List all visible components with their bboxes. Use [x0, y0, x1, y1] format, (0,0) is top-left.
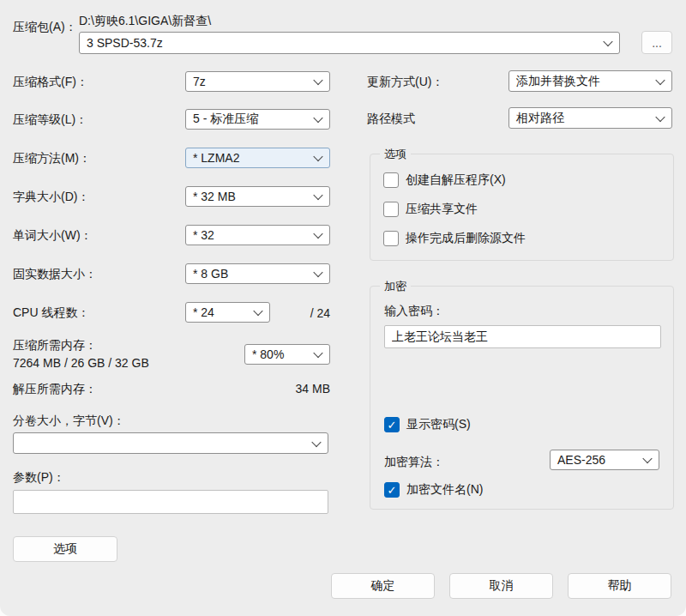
level-value: 5 - 标准压缩	[193, 112, 258, 127]
path-mode-select[interactable]: 相对路径	[508, 107, 672, 129]
dictionary-size-select[interactable]: * 32 MB	[185, 186, 330, 207]
ok-button[interactable]: 确定	[331, 573, 435, 599]
create-sfx-row[interactable]: ✓ 创建自解压程序(X)	[383, 172, 506, 188]
memory-decompress-value: 34 MB	[259, 381, 330, 396]
archive-name-combobox[interactable]: 3 SPSD-53.7z	[79, 32, 620, 54]
delete-after-row[interactable]: ✓ 操作完成后删除源文件	[383, 231, 526, 246]
shared-files-row[interactable]: ✓ 压缩共享文件	[383, 202, 478, 217]
help-button[interactable]: 帮助	[568, 573, 671, 599]
dictionary-size-value: * 32 MB	[193, 190, 236, 203]
encryption-method-select[interactable]: AES-256	[550, 450, 659, 470]
shared-files-checkbox[interactable]: ✓	[383, 202, 399, 217]
options-group-title: 选项	[380, 147, 411, 161]
archive-dir-path: D:\剪映6.1\GIGA\新督查\	[79, 13, 211, 28]
password-input[interactable]	[384, 325, 661, 348]
memory-decompress-label: 解压所需内存：	[13, 381, 97, 396]
memory-compress-detail: 7264 MB / 26 GB / 32 GB	[13, 355, 149, 371]
chevron-down-icon	[313, 348, 322, 358]
chevron-down-icon	[642, 454, 652, 463]
parameters-input[interactable]	[13, 490, 328, 514]
method-label: 压缩方法(M)：	[13, 150, 91, 166]
chevron-down-icon	[313, 190, 322, 200]
chevron-down-icon	[253, 306, 262, 316]
path-mode-value: 相对路径	[516, 111, 564, 126]
method-select[interactable]: * LZMA2	[185, 148, 330, 168]
format-value: 7z	[193, 75, 206, 88]
chevron-down-icon	[655, 75, 665, 84]
encryption-group: 加密 输入密码： ✓ 显示密码(S) 加密算法： AES-256 ✓ 加密文件名…	[370, 286, 674, 510]
level-select[interactable]: 5 - 标准压缩	[185, 109, 330, 130]
browse-button[interactable]: ...	[641, 31, 672, 54]
word-size-value: * 32	[193, 228, 214, 242]
chevron-down-icon	[313, 152, 322, 161]
update-mode-label: 更新方式(U)：	[367, 74, 443, 89]
chevron-down-icon	[603, 37, 612, 46]
chevron-down-icon	[313, 229, 322, 239]
update-mode-value: 添加并替换文件	[516, 74, 600, 89]
volume-size-label: 分卷大小，字节(V)：	[13, 413, 125, 428]
parameters-label: 参数(P)：	[13, 469, 65, 485]
method-value: * LZMA2	[193, 151, 239, 165]
cpu-threads-select[interactable]: * 24	[185, 302, 270, 323]
create-sfx-checkbox[interactable]: ✓	[383, 172, 399, 188]
solid-block-value: * 8 GB	[193, 267, 228, 281]
encryption-group-title: 加密	[380, 279, 411, 293]
chevron-down-icon	[313, 268, 322, 277]
memory-compress-label: 压缩所需内存：	[13, 337, 97, 353]
cancel-button[interactable]: 取消	[449, 573, 553, 599]
chevron-down-icon	[311, 437, 321, 446]
create-sfx-label: 创建自解压程序(X)	[406, 172, 506, 188]
chevron-down-icon	[655, 112, 665, 121]
shared-files-label: 压缩共享文件	[406, 202, 478, 217]
word-size-label: 单词大小(W)：	[13, 227, 93, 243]
chevron-down-icon	[313, 75, 322, 85]
check-icon: ✓	[388, 485, 397, 496]
encrypt-names-checkbox[interactable]: ✓	[384, 482, 400, 498]
dictionary-size-label: 字典大小(D)：	[13, 189, 89, 204]
check-icon: ✓	[388, 420, 397, 431]
volume-size-combobox[interactable]	[13, 432, 328, 454]
level-label: 压缩等级(L)：	[13, 112, 87, 127]
format-select[interactable]: 7z	[185, 71, 330, 92]
password-label: 输入密码：	[384, 303, 444, 318]
delete-after-checkbox[interactable]: ✓	[383, 231, 399, 246]
memory-usage-select[interactable]: * 80%	[244, 344, 330, 365]
encrypt-names-label: 加密文件名(N)	[406, 482, 483, 498]
options-group: 选项 ✓ 创建自解压程序(X) ✓ 压缩共享文件 ✓ 操作完成后删除源文件	[370, 154, 674, 261]
encrypt-names-row[interactable]: ✓ 加密文件名(N)	[384, 482, 483, 498]
show-password-label: 显示密码(S)	[406, 417, 471, 432]
options-button[interactable]: 选项	[13, 536, 117, 562]
show-password-checkbox[interactable]: ✓	[384, 417, 400, 432]
cpu-threads-max: / 24	[302, 305, 330, 321]
word-size-select[interactable]: * 32	[185, 225, 330, 245]
format-label: 压缩格式(F)：	[13, 74, 88, 89]
solid-block-label: 固实数据大小：	[13, 266, 97, 281]
encryption-method-label: 加密算法：	[384, 454, 444, 469]
memory-usage-value: * 80%	[252, 347, 284, 361]
delete-after-label: 操作完成后删除源文件	[406, 231, 526, 246]
archive-label: 压缩包(A)：	[13, 19, 77, 34]
add-to-archive-dialog: 压缩包(A)： D:\剪映6.1\GIGA\新督查\ 3 SPSD-53.7z …	[0, 0, 686, 616]
chevron-down-icon	[313, 113, 322, 123]
archive-name-value: 3 SPSD-53.7z	[87, 36, 163, 50]
encryption-method-value: AES-256	[557, 453, 605, 467]
show-password-row[interactable]: ✓ 显示密码(S)	[384, 417, 471, 432]
update-mode-select[interactable]: 添加并替换文件	[508, 70, 672, 92]
path-mode-label: 路径模式	[367, 111, 415, 126]
solid-block-select[interactable]: * 8 GB	[185, 263, 330, 284]
cpu-threads-value: * 24	[193, 305, 214, 319]
cpu-threads-label: CPU 线程数：	[13, 305, 89, 320]
